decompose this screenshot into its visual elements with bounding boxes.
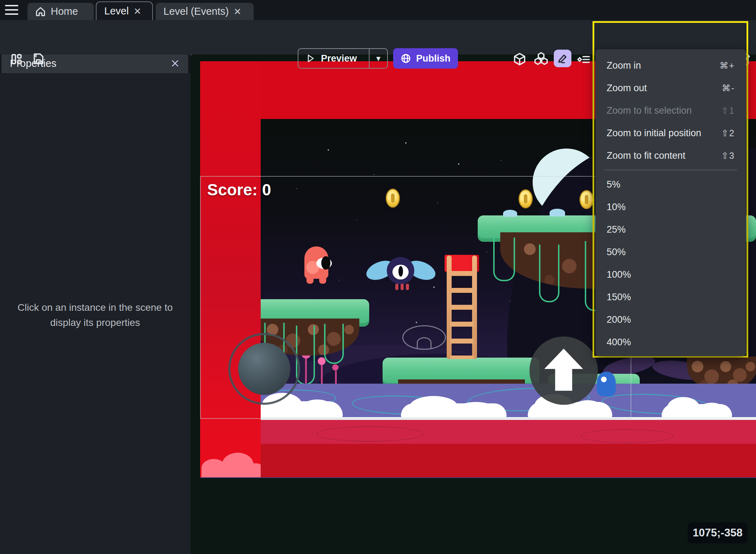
home-icon <box>35 6 46 17</box>
menu-item-label: Zoom in <box>607 60 641 71</box>
tab-level-label: Level <box>104 5 129 17</box>
menu-item-zoom-5[interactable]: 5% <box>595 173 746 196</box>
tab-level-events-close-icon[interactable]: ✕ <box>234 7 241 16</box>
preview-dropdown-caret[interactable]: ▾ <box>370 49 387 68</box>
stars <box>191 55 191 55</box>
tab-bar: Home Level ✕ Level (Events) ✕ <box>0 0 756 20</box>
menu-item-label: Zoom to fit selection <box>607 105 692 116</box>
menu-item-shortcut: ⇧3 <box>721 151 735 161</box>
menu-item-label: 400% <box>607 337 631 348</box>
score-text: Score: 0 <box>207 180 271 199</box>
object-3d-box-icon[interactable] <box>513 52 526 66</box>
menu-item-zoom-to-initial-position[interactable]: Zoom to initial position ⇧2 <box>595 122 746 144</box>
preview-button-label: Preview <box>321 53 357 64</box>
menu-item-label: 50% <box>607 247 626 258</box>
menu-item-label: 10% <box>607 202 626 213</box>
properties-close-icon[interactable] <box>171 59 180 68</box>
menu-item-label: 25% <box>607 224 626 235</box>
objects-group-icon[interactable] <box>533 51 549 67</box>
play-icon <box>305 53 315 63</box>
tab-level-events[interactable]: Level (Events) ✕ <box>156 3 254 20</box>
blue-character <box>597 372 616 396</box>
tab-level-events-label: Level (Events) <box>163 6 229 17</box>
menu-item-shortcut: ⌘- <box>722 83 735 93</box>
tab-level[interactable]: Level ✕ <box>96 1 153 20</box>
menu-item-zoom-150[interactable]: 150% <box>595 286 746 308</box>
menu-divider <box>605 170 737 170</box>
jump-button <box>529 336 598 405</box>
pencil-icon <box>557 53 568 64</box>
globe-icon <box>401 53 411 64</box>
instances-list-icon[interactable] <box>576 53 590 66</box>
menu-item-label: 100% <box>607 269 631 280</box>
publish-button[interactable]: Publish <box>393 48 458 69</box>
menu-item-label: Zoom to initial position <box>607 128 701 139</box>
menu-item-zoom-200[interactable]: 200% <box>595 308 746 331</box>
menu-item-label: 200% <box>607 314 631 325</box>
zoom-menu: Zoom in ⌘+ Zoom out ⌘- Zoom to fit selec… <box>595 49 746 356</box>
virtual-joystick <box>238 343 290 395</box>
scene-red-ground-band <box>200 420 756 444</box>
menu-item-zoom-50[interactable]: 50% <box>595 241 746 263</box>
menu-item-label: Zoom to fit content <box>607 150 686 161</box>
preview-button-main[interactable]: Preview <box>298 49 369 68</box>
menu-item-shortcut: ⌘+ <box>719 61 735 71</box>
menu-item-zoom-in[interactable]: Zoom in ⌘+ <box>595 54 746 77</box>
menu-item-shortcut: ⇧1 <box>721 106 735 116</box>
scene-dark-red-band <box>200 444 756 477</box>
tab-level-close-icon[interactable]: ✕ <box>134 7 141 16</box>
preview-button[interactable]: Preview ▾ <box>298 48 388 69</box>
save-icon[interactable] <box>32 52 44 65</box>
edit-tool-selected[interactable] <box>554 50 571 67</box>
menu-item-zoom-400[interactable]: 400% <box>595 331 746 353</box>
panel-layout-icon[interactable] <box>10 52 23 66</box>
menu-item-label: 5% <box>607 179 620 190</box>
cloud <box>662 404 732 418</box>
properties-empty-message: Click on an instance in the scene to dis… <box>11 300 180 330</box>
menu-item-label: 150% <box>607 292 631 303</box>
menu-item-zoom-10[interactable]: 10% <box>595 196 746 218</box>
menu-item-zoom-to-fit-content[interactable]: Zoom to fit content ⇧3 <box>595 144 746 167</box>
menu-item-zoom-100[interactable]: 100% <box>595 263 746 286</box>
menu-item-label: Zoom out <box>607 83 647 94</box>
cursor-coordinates-badge: 1075;-358 <box>688 522 748 543</box>
menu-item-shortcut: ⇧2 <box>721 128 735 138</box>
tab-home[interactable]: Home <box>27 3 94 20</box>
properties-panel-header: Properties <box>1 53 188 73</box>
menu-hamburger-icon[interactable] <box>5 5 18 15</box>
menu-item-zoom-25[interactable]: 25% <box>595 218 746 241</box>
menu-item-zoom-out[interactable]: Zoom out ⌘- <box>595 77 746 99</box>
tab-home-label: Home <box>51 6 78 17</box>
publish-button-label: Publish <box>416 53 451 64</box>
menu-item-zoom-to-fit-selection: Zoom to fit selection ⇧1 <box>595 99 746 122</box>
